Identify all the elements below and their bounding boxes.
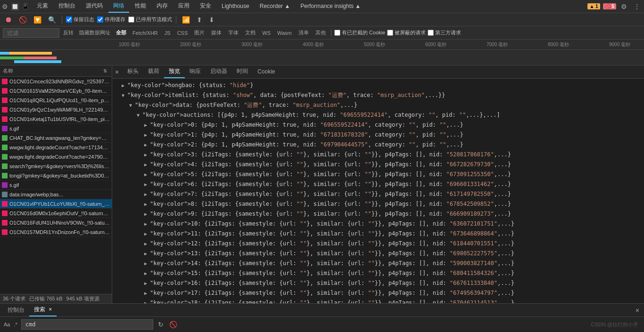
filter-btn[interactable]: 🔽 (32, 15, 43, 24)
json-line[interactable]: "key-color">12: {i2iTags: {samestyle: {u… (112, 239, 644, 249)
record-btn[interactable]: ⏺ (3, 15, 14, 25)
json-line[interactable]: "key-color">data: {postFeeText: "运费", tr… (112, 100, 644, 110)
filter-img[interactable]: 图片 (192, 28, 207, 37)
hide-data-urls-btn[interactable]: 隐藏数据网址 (77, 28, 112, 37)
expand-arrow-icon[interactable] (144, 141, 150, 149)
json-line[interactable]: "key-color">hongbao: {status: "hide"} (112, 81, 644, 90)
search-btn[interactable]: 🔍 (46, 15, 58, 24)
filter-media[interactable]: 媒体 (209, 28, 224, 37)
filter-input[interactable] (3, 28, 59, 38)
expand-arrow-icon[interactable] (144, 240, 150, 248)
json-line[interactable]: "key-color">16: {i2iTags: {samestyle: {u… (112, 278, 644, 288)
json-line[interactable]: "key-color">7: {i2iTags: {samestyle: {ur… (112, 189, 644, 199)
request-item[interactable]: O1CN01615VaM25h9seVCEyb_!!0-item_pic.jpg (0, 86, 112, 96)
tab-preview[interactable]: 预览 (164, 65, 185, 78)
filter-js[interactable]: JS (162, 29, 173, 37)
json-line[interactable]: "key-color">auctions: [{p4p: 1, p4pSameH… (112, 110, 644, 120)
invert-btn[interactable]: 反转 (61, 28, 75, 37)
device-icon[interactable]: 📱 (22, 3, 29, 10)
resize-handle[interactable]: ⇅ (101, 67, 109, 74)
inspect-icon[interactable]: 🔲 (11, 3, 19, 10)
json-line[interactable]: "key-color">11: {i2iTags: {samestyle: {u… (112, 229, 644, 239)
tab-response[interactable]: 响应 (185, 65, 206, 78)
json-line[interactable]: "key-color">17: {i2iTags: {samestyle: {u… (112, 288, 644, 298)
json-line[interactable]: "key-color">18: {i2iTags: {samestyle: {u… (112, 298, 644, 303)
tab-payload[interactable]: 载荷 (143, 65, 164, 78)
disable-cache-checkbox[interactable]: 停用缓存 (97, 16, 125, 23)
expand-arrow-icon[interactable] (122, 91, 127, 100)
expand-arrow-icon[interactable] (144, 230, 150, 238)
download-btn[interactable]: ⬇ (207, 15, 216, 24)
request-item[interactable]: O1CN0157MDRi1YnDnizonFn_!!0-saturn_solar… (0, 227, 112, 237)
request-item[interactable]: wwgw.light.degradeCount?cache=1713454&w.… (0, 143, 112, 152)
json-line[interactable]: "key-color">9: {i2iTags: {samestyle: {ur… (112, 209, 644, 219)
wifi-icon-btn[interactable]: 📶 (180, 15, 192, 24)
request-item[interactable]: O1CN01nKetaj1Tu1bUSVfRL_!!0-item_pic.jpg… (0, 114, 112, 124)
more-btn[interactable]: ⋮ (632, 2, 642, 11)
settings-btn[interactable]: ⚙ (619, 2, 629, 11)
filter-ws[interactable]: WS (260, 29, 273, 37)
json-line[interactable]: "key-color">4: {i2iTags: {samestyle: {ur… (112, 160, 644, 170)
clear-btn[interactable]: 🚫 (17, 15, 29, 24)
expand-arrow-icon[interactable] (144, 250, 150, 258)
filter-wasm[interactable]: Wasm (275, 29, 294, 37)
json-line[interactable]: "key-color">15: {i2iTags: {samestyle: {u… (112, 268, 644, 278)
expand-arrow-icon[interactable] (144, 151, 150, 159)
tab-headers[interactable]: 标头 (123, 65, 143, 78)
has-cookies-checkbox[interactable]: 有已拦截的 Cookie (334, 29, 385, 36)
expand-arrow-icon[interactable] (122, 81, 127, 90)
tab-lighthouse[interactable]: Lighthouse (217, 1, 254, 12)
tab-network[interactable]: 网络 (108, 0, 129, 13)
request-item[interactable]: s.gif (0, 124, 112, 133)
tab-memory[interactable]: 内存 (152, 0, 173, 13)
request-item[interactable]: O1CN01vIPYUb1CLoYUlIbXl_!!0-saturn_solar… (0, 199, 112, 209)
request-item[interactable]: data:image/webp;bas... (0, 190, 112, 199)
json-line[interactable]: "key-color">1: {p4p: 1, p4pSameHeight: t… (112, 130, 644, 140)
filter-css[interactable]: CSS (175, 29, 190, 37)
request-item[interactable]: tongji?gmkey=&gokey=at_bucketid%3D0%26..… (0, 171, 112, 180)
expand-arrow-icon[interactable] (144, 200, 150, 209)
expand-arrow-icon[interactable] (144, 131, 150, 139)
expand-arrow-icon[interactable] (144, 190, 150, 199)
expand-arrow-icon[interactable] (144, 289, 150, 298)
tab-application[interactable]: 应用 (173, 0, 194, 13)
close-right-panel-btn[interactable]: × (115, 68, 119, 76)
tab-timing[interactable]: 时间 (232, 65, 253, 78)
json-line[interactable]: "key-color">6: {i2iTags: {samestyle: {ur… (112, 179, 644, 189)
tab-performance-insights[interactable]: Performance insights ▲ (296, 1, 365, 12)
expand-arrow-icon[interactable] (137, 111, 142, 120)
request-item[interactable]: CHAT_BC.light.wangwang_len?gmkey=EXP&g..… (0, 133, 112, 143)
offline-checkbox[interactable]: 已停用节流模式 (128, 16, 172, 23)
filter-fetch-xhr[interactable]: Fetch/XHR (130, 29, 160, 37)
expand-arrow-icon[interactable] (144, 279, 150, 288)
request-item[interactable]: O1CN016d0M0x1o6ephiOutV_!!0-saturn_solar… (0, 209, 112, 218)
request-item[interactable]: search?gmkey=&gokey=vers%3Dj%26list_mo..… (0, 162, 112, 171)
expand-arrow-icon[interactable] (144, 210, 150, 219)
expand-arrow-icon[interactable] (144, 161, 150, 169)
json-line[interactable]: "key-color">5: {i2iTags: {samestyle: {ur… (112, 170, 644, 179)
tab-console[interactable]: 控制台 (54, 0, 80, 13)
json-line[interactable]: "key-color">13: {i2iTags: {samestyle: {u… (112, 249, 644, 259)
request-item[interactable]: wwgw.light.degradeCount?cache=24790538&w… (0, 152, 112, 162)
expand-arrow-icon[interactable] (129, 101, 135, 110)
all-btn[interactable]: 全部 (114, 28, 128, 37)
request-item[interactable]: s.gif (0, 180, 112, 190)
request-item[interactable]: O1CN01y9rQzC1wyiWAMF9LH_!!22149216363... (0, 105, 112, 114)
request-item[interactable]: O1CN016FdUf41UHNnoV9OWc_!!0-saturn_sol..… (0, 218, 112, 227)
json-line[interactable]: "key-color">8: {i2iTags: {samestyle: {ur… (112, 199, 644, 209)
expand-arrow-icon[interactable] (144, 259, 150, 268)
tab-elements[interactable]: 元素 (32, 0, 53, 13)
expand-arrow-icon[interactable] (144, 220, 150, 228)
expand-arrow-icon[interactable] (144, 180, 150, 189)
request-item[interactable]: O1CN01qIIQRL1iQufPQUcd1_!!0-item_pic.jpg… (0, 96, 112, 105)
requests-list[interactable]: O1CN01Cmcec923dNNBRGdvz_!!2539737278.O1C… (0, 77, 112, 294)
expand-arrow-icon[interactable] (144, 121, 150, 130)
upload-btn[interactable]: ⬆ (195, 15, 204, 24)
expand-arrow-icon[interactable] (144, 170, 150, 179)
filter-doc[interactable]: 文档 (243, 28, 258, 37)
tab-sources[interactable]: 源代码 (81, 0, 107, 13)
json-line[interactable]: "key-color">itemlist: {status: "show", d… (112, 90, 644, 100)
tab-recorder[interactable]: Recorder ▲ (255, 1, 295, 12)
tab-cookie[interactable]: Cookie (253, 66, 280, 78)
preserve-log-checkbox[interactable]: 保留日志 (66, 16, 94, 23)
